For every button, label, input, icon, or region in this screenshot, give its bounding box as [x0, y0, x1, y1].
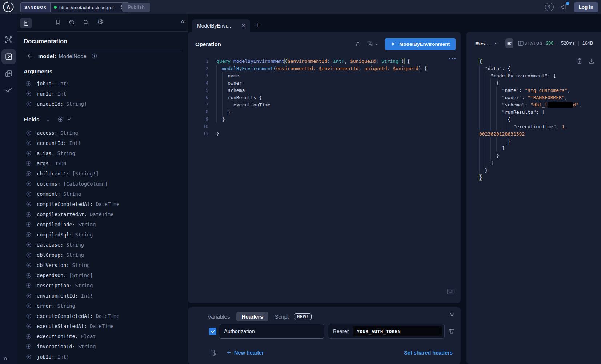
add-field-icon[interactable]: [26, 171, 32, 177]
field-name[interactable]: description:: [37, 283, 72, 288]
field-name[interactable]: dbtVersion:: [37, 262, 69, 268]
response-panel-title[interactable]: Res...: [475, 40, 490, 46]
field-type[interactable]: Int!: [57, 81, 69, 86]
field-type[interactable]: [String]: [69, 272, 93, 278]
bookmarks-icon[interactable]: [55, 19, 61, 25]
documentation-tab-icon[interactable]: [20, 18, 32, 28]
add-field-icon[interactable]: [26, 293, 32, 299]
field-type[interactable]: DateTime: [96, 313, 119, 319]
field-type[interactable]: DateTime: [90, 211, 113, 217]
add-field-icon[interactable]: [26, 262, 32, 268]
add-field-icon[interactable]: [26, 344, 32, 349]
field-name[interactable]: childrenL1:: [37, 171, 69, 177]
add-field-icon[interactable]: [26, 130, 32, 136]
code-line[interactable]: 10: [193, 123, 457, 130]
field-type[interactable]: String!: [66, 101, 87, 107]
header-name-input[interactable]: [219, 324, 324, 339]
json-view-icon[interactable]: [505, 38, 513, 48]
code-line[interactable]: 9 }: [193, 116, 457, 123]
field-name[interactable]: runId:: [37, 91, 55, 97]
field-name[interactable]: columns:: [37, 181, 60, 187]
code-line[interactable]: "modelByEnvironment": [: [479, 72, 600, 79]
field-type[interactable]: String: [57, 150, 75, 156]
code-line[interactable]: 3 name: [193, 72, 457, 80]
add-field-icon[interactable]: [26, 252, 32, 258]
code-line[interactable]: 8 }: [193, 108, 457, 116]
field-name[interactable]: access:: [37, 130, 57, 136]
endpoint-url[interactable]: https://metadata.cloud.get: [59, 5, 117, 10]
operation-collections-icon[interactable]: [0, 69, 17, 78]
fields-options-chevron-icon[interactable]: [67, 117, 71, 121]
add-field-icon[interactable]: [26, 181, 32, 187]
save-operation-icon[interactable]: [367, 41, 373, 47]
add-field-icon[interactable]: [26, 303, 32, 309]
field-type[interactable]: String: [78, 222, 96, 227]
response-dropdown-chevron-icon[interactable]: [494, 41, 498, 46]
operation-tab-title[interactable]: ModelByEnvi...: [197, 23, 231, 29]
code-line[interactable]: "name": "stg_customers",: [479, 86, 600, 94]
add-field-icon[interactable]: [26, 161, 32, 166]
field-type[interactable]: String: [60, 130, 78, 136]
code-line[interactable]: 11}: [193, 130, 457, 137]
code-line[interactable]: {: [479, 116, 600, 123]
field-name[interactable]: compileCompletedAt:: [37, 201, 93, 207]
add-field-icon[interactable]: [26, 313, 32, 319]
code-line[interactable]: "executionTime": 1.: [479, 123, 600, 130]
code-line[interactable]: {: [479, 79, 600, 86]
field-name[interactable]: environmentId:: [37, 293, 78, 299]
announcements-megaphone-icon[interactable]: [560, 3, 568, 11]
field-type[interactable]: String: [66, 242, 84, 248]
code-line[interactable]: }: [479, 137, 600, 145]
field-type[interactable]: String: [57, 303, 75, 309]
code-line[interactable]: }: [479, 166, 600, 174]
auth-token-value[interactable]: YOUR_AUTH_TOKEN: [353, 326, 442, 336]
expand-rail-icon[interactable]: »: [3, 354, 8, 363]
share-operation-icon[interactable]: [355, 41, 361, 47]
add-field-icon[interactable]: [26, 81, 32, 86]
field-type[interactable]: String: [75, 283, 93, 288]
header-value-field[interactable]: Bearer YOUR_AUTH_TOKEN: [328, 324, 445, 339]
download-response-icon[interactable]: [588, 58, 595, 65]
login-button[interactable]: Log in: [574, 2, 598, 12]
keyboard-shortcuts-icon[interactable]: [447, 288, 455, 294]
publish-button[interactable]: Publish: [122, 3, 150, 12]
field-name[interactable]: dbtGroup:: [37, 252, 63, 258]
tab-headers[interactable]: Headers: [236, 312, 268, 321]
field-type[interactable]: String: [75, 232, 93, 238]
add-field-icon[interactable]: [26, 232, 32, 238]
field-name[interactable]: error:: [37, 303, 55, 309]
add-all-fields-icon[interactable]: [57, 116, 64, 122]
add-field-icon[interactable]: [26, 191, 32, 197]
schema-graph-icon[interactable]: [0, 35, 17, 44]
code-line[interactable]: "runResults": [: [479, 108, 600, 116]
field-name[interactable]: alias:: [37, 150, 55, 156]
back-arrow-icon[interactable]: [27, 53, 33, 60]
endpoint-url-chip[interactable]: https://metadata.cloud.get ⚙: [51, 3, 129, 12]
code-line[interactable]: ]: [479, 159, 600, 166]
field-type[interactable]: JSON: [55, 161, 67, 166]
field-type[interactable]: [String!]: [72, 171, 99, 177]
add-field-icon[interactable]: [26, 222, 32, 227]
add-field-icon[interactable]: [26, 323, 32, 329]
add-field-icon[interactable]: [26, 201, 32, 207]
tab-script[interactable]: Script: [275, 314, 289, 320]
add-field-icon[interactable]: [26, 242, 32, 248]
field-name[interactable]: executionTime:: [37, 333, 78, 339]
code-line[interactable]: "schema": "dbt_ld",: [479, 101, 600, 108]
code-line[interactable]: "owner": "TRANSFORMER",: [479, 94, 600, 101]
set-shared-headers-link[interactable]: Set shared headers: [404, 350, 453, 356]
add-type-icon[interactable]: [91, 53, 97, 59]
field-name[interactable]: executeStartedAt:: [37, 323, 87, 329]
field-type[interactable]: Int!: [81, 293, 93, 299]
save-operation-group[interactable]: [367, 41, 379, 47]
code-line[interactable]: "data": {: [479, 65, 600, 72]
explorer-nav-icon[interactable]: [1, 49, 16, 64]
docs-settings-gear-icon[interactable]: ⚙: [97, 18, 103, 25]
header-enabled-checkbox[interactable]: [209, 328, 216, 335]
delete-header-icon[interactable]: [448, 328, 455, 335]
history-icon[interactable]: [68, 19, 75, 26]
code-line[interactable]: 2 modelByEnvironment(environmentId: $env…: [193, 65, 457, 72]
collapse-panel-icon[interactable]: [449, 312, 455, 318]
code-line[interactable]: 7 executionTime: [193, 101, 457, 108]
add-field-icon[interactable]: [26, 354, 32, 360]
